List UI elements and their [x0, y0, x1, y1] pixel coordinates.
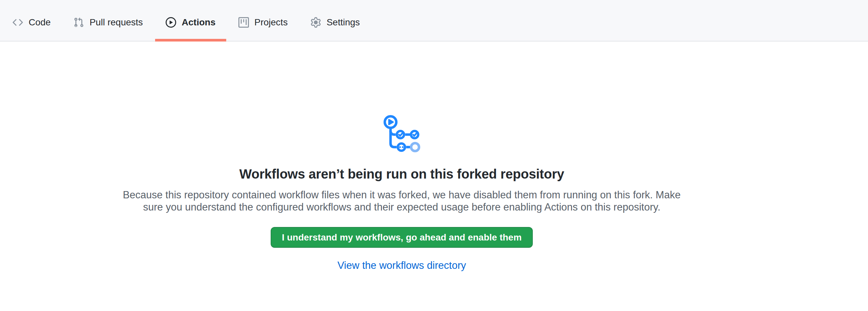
tab-pull-requests[interactable]: Pull requests	[63, 4, 153, 41]
tab-settings[interactable]: Settings	[300, 4, 370, 41]
tab-projects[interactable]: Projects	[228, 4, 298, 41]
play-icon	[166, 17, 176, 28]
enable-workflows-button[interactable]: I understand my workflows, go ahead and …	[271, 227, 533, 248]
repo-tab-nav: Code Pull requests Actions Projects Sett	[0, 0, 868, 41]
code-icon	[12, 17, 23, 28]
actions-content: Workflows aren’t being run on this forke…	[0, 41, 803, 272]
tab-pull-requests-label: Pull requests	[90, 18, 143, 27]
project-icon	[239, 17, 249, 28]
gear-icon	[311, 17, 321, 28]
blankslate-description: Because this repository contained workfl…	[119, 189, 685, 213]
tab-settings-label: Settings	[327, 18, 360, 27]
github-actions-page: Code Pull requests Actions Projects Sett	[0, 0, 868, 272]
tab-actions[interactable]: Actions	[155, 4, 226, 41]
tab-actions-label: Actions	[182, 18, 216, 27]
tab-code-label: Code	[29, 18, 51, 27]
workflow-graph-icon	[383, 115, 421, 153]
tab-code[interactable]: Code	[2, 4, 61, 41]
tab-projects-label: Projects	[254, 18, 288, 27]
blankslate-title: Workflows aren’t being run on this forke…	[0, 166, 803, 182]
git-pull-request-icon	[73, 17, 84, 28]
view-workflows-directory-link[interactable]: View the workflows directory	[338, 259, 466, 271]
workflows-disabled-blankslate: Workflows aren’t being run on this forke…	[0, 41, 803, 272]
